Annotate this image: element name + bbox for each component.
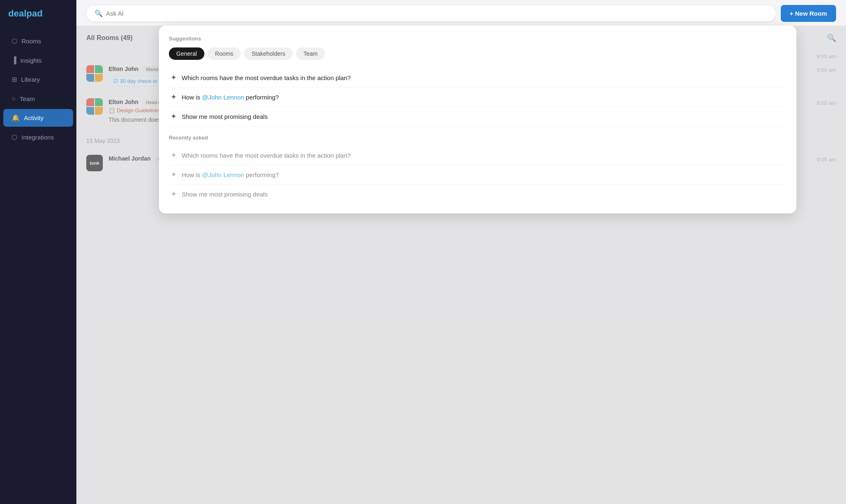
- search-input[interactable]: [106, 10, 768, 17]
- mention-john-lennon: @John Lennon: [202, 94, 244, 101]
- ai-search-icon: 🔍: [95, 9, 103, 17]
- recent-item[interactable]: ✦ Which rooms have the most overdue task…: [169, 146, 787, 165]
- suggestion-text: How is @John Lennon performing?: [182, 94, 279, 101]
- new-room-label: + New Room: [790, 10, 827, 17]
- tab-row: General Rooms Stakeholders Team: [169, 47, 787, 60]
- tab-rooms[interactable]: Rooms: [208, 47, 241, 60]
- mention-john-lennon-recent: @John Lennon: [202, 171, 244, 178]
- sidebar-item-label: Team: [20, 95, 35, 102]
- recent-item[interactable]: ✦ How is @John Lennon performing?: [169, 165, 787, 185]
- recent-item[interactable]: ✦ Show me most promising deals: [169, 185, 787, 203]
- recent-text: Which rooms have the most overdue tasks …: [182, 152, 351, 159]
- team-icon: ○: [12, 95, 16, 102]
- logo-part1: deal: [8, 8, 26, 19]
- search-bar[interactable]: 🔍: [86, 5, 776, 21]
- suggestion-item[interactable]: ✦ Show me most promising deals: [169, 107, 787, 126]
- ai-dropdown: Suggestions General Rooms Stakeholders T…: [159, 26, 796, 213]
- wand-icon: ✦: [171, 73, 177, 82]
- suggestion-text: Which rooms have the most overdue tasks …: [182, 74, 351, 81]
- sidebar-item-label: Insights: [20, 57, 42, 64]
- insights-icon: ▐: [12, 57, 16, 64]
- suggestion-text: Show me most promising deals: [182, 113, 268, 120]
- suggestion-item[interactable]: ✦ How is @John Lennon performing?: [169, 88, 787, 107]
- tab-team[interactable]: Team: [296, 47, 325, 60]
- sidebar-item-team[interactable]: ○ Team: [3, 90, 73, 107]
- suggestions-label: Suggestions: [169, 35, 787, 42]
- sidebar-item-label: Integrations: [21, 134, 54, 141]
- tab-stakeholders[interactable]: Stakeholders: [244, 47, 293, 60]
- rooms-icon: ⬡: [12, 37, 17, 45]
- logo: dealpad: [0, 8, 76, 31]
- suggestion-item[interactable]: ✦ Which rooms have the most overdue task…: [169, 68, 787, 88]
- topbar: 🔍 + New Room: [76, 0, 846, 27]
- activity-icon: 🔔: [12, 114, 20, 122]
- wand-icon-recent: ✦: [171, 151, 177, 160]
- main-content: 🔍 + New Room Suggestions General Rooms S…: [76, 0, 846, 504]
- sidebar-item-label: Library: [21, 76, 40, 83]
- recent-text: Show me most promising deals: [182, 191, 268, 198]
- sidebar-item-library[interactable]: ⊞ Library: [3, 71, 73, 88]
- sidebar-item-insights[interactable]: ▐ Insights: [3, 52, 73, 69]
- recent-text: How is @John Lennon performing?: [182, 171, 279, 178]
- integrations-icon: ⬡: [12, 133, 17, 141]
- sidebar: dealpad ⬡ Rooms ▐ Insights ⊞ Library ○ T…: [0, 0, 76, 504]
- sidebar-item-rooms[interactable]: ⬡ Rooms: [3, 32, 73, 50]
- sidebar-item-label: Rooms: [21, 38, 41, 45]
- library-icon: ⊞: [12, 76, 17, 83]
- wand-icon: ✦: [171, 92, 177, 102]
- wand-icon: ✦: [171, 112, 177, 121]
- wand-icon-recent: ✦: [171, 189, 177, 199]
- sidebar-item-integrations[interactable]: ⬡ Integrations: [3, 128, 73, 146]
- recently-label: Recently asked: [169, 135, 787, 141]
- wand-icon-recent: ✦: [171, 170, 177, 179]
- sidebar-item-label: Activity: [24, 114, 44, 121]
- sidebar-item-activity[interactable]: 🔔 Activity: [3, 109, 73, 127]
- new-room-button[interactable]: + New Room: [781, 5, 836, 22]
- logo-part2: pad: [26, 8, 43, 19]
- tab-general[interactable]: General: [169, 47, 204, 60]
